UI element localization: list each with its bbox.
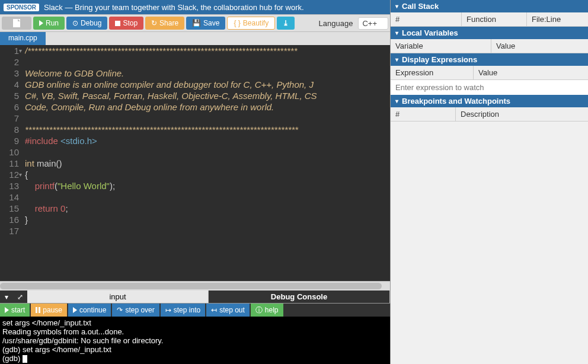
beautify-button[interactable]: { }Beautify [227, 17, 275, 30]
share-icon: ↻ [151, 19, 157, 27]
sponsor-text: Slack — Bring your team together with Sl… [44, 3, 304, 12]
stop-button[interactable]: Stop [109, 17, 143, 30]
expression-input[interactable] [391, 80, 588, 95]
breakpoints-columns: # Description [391, 107, 588, 122]
call-stack-columns: # Function File:Line [391, 12, 588, 27]
debug-step-over-button[interactable]: ↷step over [112, 304, 159, 317]
local-variables-panel: ▾Local Variables Variable Value [391, 27, 588, 53]
display-expressions-columns: Expression Value [391, 66, 588, 80]
breakpoints-header[interactable]: ▾Breakpoints and Watchpoints [391, 95, 588, 107]
sponsor-tag: SPONSOR [4, 4, 39, 11]
debug-pause-button[interactable]: pause [31, 304, 67, 317]
console-controls[interactable]: ▾⤢ [0, 290, 27, 303]
io-tabs: ▾⤢ input Debug Console [0, 290, 390, 304]
debug-step-into-button[interactable]: ↦step into [161, 304, 205, 317]
code-editor[interactable]: 1234567891011121314151617 /*************… [0, 45, 390, 281]
editor-horizontal-scrollbar[interactable] [0, 281, 390, 290]
play-icon [73, 307, 77, 313]
step-into-icon: ↦ [165, 306, 171, 314]
share-button[interactable]: ↻Share [145, 17, 184, 30]
debug-panels: ▾Call Stack # Function File:Line ▾Local … [390, 0, 588, 364]
debug-help-button[interactable]: ⓘhelp [251, 304, 283, 317]
debug-continue-button[interactable]: continue [68, 304, 111, 317]
debug-console[interactable]: set args </home/_input.txtReading symbol… [0, 317, 390, 364]
language-select[interactable]: C++ [358, 17, 388, 30]
file-tab-main[interactable]: main.cpp [0, 32, 46, 45]
debug-start-button[interactable]: start [0, 304, 30, 317]
debug-console-tab[interactable]: Debug Console [209, 290, 390, 303]
input-tab[interactable]: input [27, 290, 209, 303]
debug-toolbar: start pause continue ↷step over ↦step in… [0, 304, 390, 317]
breakpoints-panel: ▾Breakpoints and Watchpoints # Descripti… [391, 95, 588, 122]
step-out-icon: ↤ [211, 306, 217, 314]
display-expressions-panel: ▾Display Expressions Expression Value [391, 53, 588, 95]
new-file-button[interactable] [2, 17, 31, 30]
main-toolbar: Run ⊙Debug Stop ↻Share 💾Save { }Beautify… [0, 14, 390, 32]
clock-icon: ⊙ [72, 19, 78, 27]
file-tabs: main.cpp [0, 32, 390, 45]
save-icon: 💾 [192, 19, 201, 27]
local-variables-header[interactable]: ▾Local Variables [391, 27, 588, 39]
step-over-icon: ↷ [117, 306, 123, 314]
sponsor-bar[interactable]: SPONSOR Slack — Bring your team together… [0, 0, 390, 14]
document-icon [13, 19, 20, 27]
chevron-down-icon: ▾ [395, 3, 398, 9]
editor-content[interactable]: /***************************************… [25, 45, 390, 281]
braces-icon: { } [234, 19, 240, 27]
expand-icon[interactable]: ⤢ [17, 293, 23, 301]
call-stack-panel: ▾Call Stack # Function File:Line [391, 0, 588, 27]
chevron-down-icon: ▾ [395, 30, 398, 36]
download-icon: ⤓ [283, 19, 289, 27]
pause-icon [36, 307, 40, 313]
chevron-down-icon: ▾ [395, 56, 398, 63]
run-button[interactable]: Run [33, 17, 65, 30]
play-icon [5, 307, 9, 313]
debug-step-out-button[interactable]: ↤step out [206, 304, 250, 317]
chevron-down-icon: ▾ [395, 98, 398, 104]
download-button[interactable]: ⤓ [277, 17, 295, 30]
debug-button[interactable]: ⊙Debug [66, 17, 107, 30]
display-expressions-header[interactable]: ▾Display Expressions [391, 53, 588, 66]
editor-gutter: 1234567891011121314151617 [0, 45, 25, 281]
language-label: Language [319, 19, 353, 28]
help-icon: ⓘ [255, 305, 263, 315]
collapse-icon[interactable]: ▾ [5, 293, 8, 301]
play-icon [39, 20, 43, 26]
local-variables-columns: Variable Value [391, 39, 588, 53]
save-button[interactable]: 💾Save [186, 17, 225, 30]
call-stack-header[interactable]: ▾Call Stack [391, 0, 588, 12]
stop-icon [115, 21, 120, 26]
